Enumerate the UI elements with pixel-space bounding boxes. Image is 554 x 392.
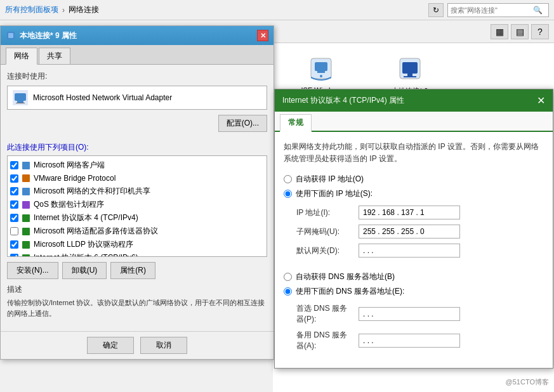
svg-rect-10	[15, 93, 26, 101]
help-button[interactable]: ?	[531, 24, 549, 39]
svg-rect-15	[22, 188, 30, 195]
item-label: Microsoft 网络客户端	[34, 160, 105, 171]
list-item[interactable]: Microsoft 网络客户端	[10, 159, 264, 172]
auto-dns-input[interactable]	[284, 273, 292, 281]
subnet-input[interactable]	[359, 225, 460, 238]
list-item[interactable]: Internet 协议版本 6 (TCP/IPv6)	[10, 251, 264, 257]
columns-button[interactable]: ▤	[511, 24, 529, 39]
multicast-icon	[21, 226, 31, 237]
client-icon	[21, 160, 31, 171]
tab-general[interactable]: 常规	[280, 114, 312, 132]
ip-addr-input[interactable]	[359, 206, 460, 219]
ipv4-icon	[21, 213, 31, 223]
check-ms-client[interactable]	[10, 161, 18, 169]
wireless-icon	[306, 53, 336, 84]
checklist: Microsoft 网络客户端 VMware Bridge Protocol M…	[7, 155, 267, 257]
desc-text: 传输控制协议/Internet 协议。该协议是默认的广域网络协议，用于在不同的相…	[7, 297, 267, 318]
ipv6-icon	[21, 253, 31, 258]
cancel-button[interactable]: 取消	[140, 337, 187, 354]
adapter-icon	[13, 90, 28, 105]
ip-addr-label: IP 地址(I):	[296, 207, 353, 218]
dialog2-close-button[interactable]: ✕	[537, 95, 545, 107]
preferred-dns-input[interactable]	[359, 307, 460, 321]
svg-rect-20	[22, 254, 30, 258]
check-vmware[interactable]	[10, 174, 18, 183]
layout-button[interactable]: ▦	[491, 24, 508, 39]
breadcrumb-item2: 网络连接	[69, 4, 99, 15]
search-box: 🔍	[447, 3, 549, 17]
static-dns-input[interactable]	[284, 287, 292, 296]
dialog1-icon	[6, 30, 16, 41]
check-ipv4[interactable]	[10, 214, 18, 222]
uninstall-button[interactable]: 卸载(U)	[62, 262, 107, 279]
item-label: Microsoft 网络的文件和打印机共享	[34, 186, 150, 197]
install-button[interactable]: 安装(N)...	[7, 262, 58, 279]
top-bar: 所有控制面板项 › 网络连接 ↻ 🔍	[0, 0, 554, 20]
dns-fields-section: 首选 DNS 服务器(P): 备用 DNS 服务器(A):	[296, 303, 544, 351]
svg-rect-13	[22, 162, 30, 169]
list-item[interactable]: Microsoft LLDP 协议驱动程序	[10, 238, 264, 251]
list-item[interactable]: Microsoft 网络适配器多路传送器协议	[10, 225, 264, 238]
item-label: Microsoft LLDP 协议驱动程序	[34, 239, 133, 250]
static-ip-label: 使用下面的 IP 地址(S):	[296, 188, 373, 199]
alternate-dns-input[interactable]	[359, 334, 460, 348]
check-lldp[interactable]	[10, 240, 18, 249]
ip-radio-group: 自动获得 IP 地址(O) 使用下面的 IP 地址(S):	[284, 174, 544, 199]
auto-ip-input[interactable]	[284, 175, 292, 183]
config-button[interactable]: 配置(O)...	[218, 115, 267, 132]
dialog2-tabs: 常规	[275, 112, 553, 132]
dialog2-title: Internet 协议版本 4 (TCP/IPv4) 属性	[282, 95, 404, 106]
adapter-name: Microsoft Hosted Network Virtual Adapter	[33, 93, 172, 102]
svg-rect-5	[402, 62, 418, 74]
static-ip-radio[interactable]: 使用下面的 IP 地址(S):	[284, 188, 544, 199]
dialog2-desc: 如果网络支持此功能，则可以获取自动指派的 IP 设置。否则，你需要从网络系统管理…	[284, 141, 544, 165]
dialog1-actions: 安装(N)... 卸载(U) 属性(R)	[7, 262, 267, 279]
list-item[interactable]: Microsoft 网络的文件和打印机共享	[10, 185, 264, 198]
svg-rect-14	[22, 174, 30, 182]
svg-rect-1	[315, 62, 327, 71]
auto-dns-radio[interactable]: 自动获得 DNS 服务器地址(B)	[284, 271, 544, 282]
svg-rect-19	[22, 241, 30, 249]
properties-button[interactable]: 属性(R)	[110, 262, 155, 279]
ok-button[interactable]: 确定	[87, 337, 134, 354]
static-dns-radio[interactable]: 使用下面的 DNS 服务器地址(E):	[284, 286, 544, 297]
item-label: VMware Bridge Protocol	[34, 174, 115, 183]
dialog1-close-button[interactable]: ✕	[257, 30, 268, 41]
dialog2-titlebar: Internet 协议版本 4 (TCP/IPv4) 属性 ✕	[275, 89, 553, 112]
svg-rect-17	[22, 214, 30, 222]
ipv4-properties-dialog: Internet 协议版本 4 (TCP/IPv4) 属性 ✕ 常规 如果网络支…	[274, 89, 553, 369]
gateway-input[interactable]	[359, 244, 460, 258]
check-qos[interactable]	[10, 200, 18, 209]
svg-rect-7	[404, 76, 416, 77]
alternate-dns-label: 备用 DNS 服务器(A):	[296, 330, 353, 351]
tab-share[interactable]: 共享	[39, 48, 70, 64]
item-label: Internet 协议版本 4 (TCP/IPv4)	[34, 212, 138, 223]
subnet-label: 子网掩码(U):	[296, 226, 353, 237]
list-item[interactable]: VMware Bridge Protocol	[10, 172, 264, 185]
svg-rect-18	[22, 228, 30, 235]
static-ip-input[interactable]	[284, 190, 292, 198]
breadcrumb-item1[interactable]: 所有控制面板项	[5, 4, 58, 15]
refresh-button[interactable]: ↻	[428, 3, 444, 17]
network-icon	[395, 53, 425, 84]
auto-ip-radio[interactable]: 自动获得 IP 地址(O)	[284, 174, 544, 185]
lldp-icon	[21, 240, 31, 250]
search-input[interactable]	[451, 6, 533, 14]
svg-rect-12	[16, 103, 25, 103]
tab-network[interactable]: 网络	[6, 48, 37, 65]
list-item[interactable]: Internet 协议版本 4 (TCP/IPv4)	[10, 211, 264, 225]
preferred-dns-row: 首选 DNS 服务器(P):	[296, 303, 544, 325]
svg-rect-16	[22, 201, 30, 209]
dialog1-title: 本地连接* 9 属性	[20, 30, 77, 41]
item-label: Microsoft 网络适配器多路传送器协议	[34, 226, 158, 237]
watermark: @51CTO博客	[506, 377, 549, 387]
check-multicast[interactable]	[10, 227, 18, 235]
preferred-dns-label: 首选 DNS 服务器(P):	[296, 303, 353, 325]
dialog1-tabs: 网络 共享	[1, 45, 274, 65]
adapter-box: Microsoft Hosted Network Virtual Adapter	[7, 86, 267, 110]
svg-rect-6	[407, 74, 412, 76]
check-ipv6[interactable]	[10, 254, 18, 257]
ip-fields-section: IP 地址(I): 子网掩码(U): 默认网关(D):	[296, 206, 544, 258]
list-item[interactable]: QoS 数据包计划程序	[10, 198, 264, 211]
check-file-share[interactable]	[10, 187, 18, 195]
